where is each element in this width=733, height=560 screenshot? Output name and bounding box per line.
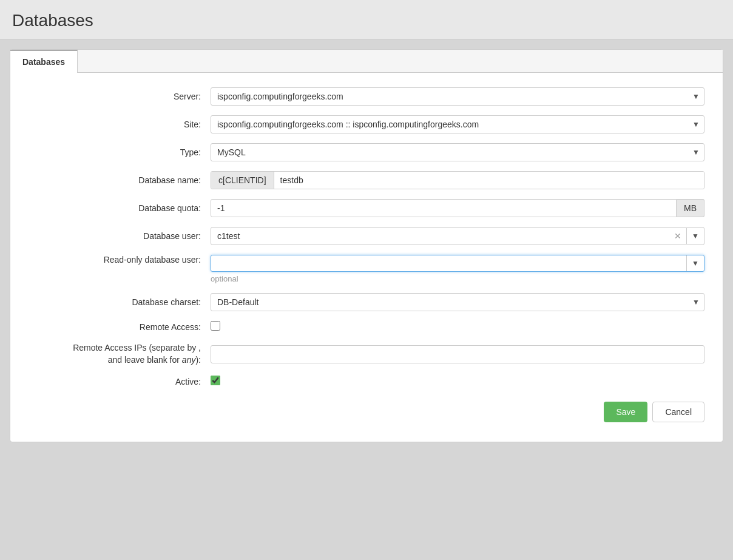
remote-access-row: Remote Access: <box>29 321 704 332</box>
db-name-input[interactable] <box>274 172 704 189</box>
readonly-user-arrow-icon[interactable]: ▼ <box>686 255 704 271</box>
db-user-label: Database user: <box>29 231 211 241</box>
quota-unit: MB <box>677 199 704 217</box>
db-name-row: Database name: c[CLIENTID] <box>29 171 704 189</box>
remote-ips-row: Remote Access IPs (separate by , and lea… <box>29 342 704 366</box>
site-row: Site: ispconfig.computingforgeeks.com ::… <box>29 115 704 133</box>
page-title: Databases <box>12 11 721 30</box>
server-select[interactable]: ispconfig.computingforgeeks.com <box>211 87 704 106</box>
readonly-user-row: Read-only database user: ▼ optional <box>29 255 704 283</box>
db-user-control: c1test ✕ ▼ <box>211 227 704 245</box>
active-label: Active: <box>29 377 211 386</box>
db-name-prefix: c[CLIENTID] <box>211 172 274 189</box>
db-charset-label: Database charset: <box>29 297 211 307</box>
form-actions: Save Cancel <box>29 397 704 427</box>
site-label: Site: <box>29 120 211 129</box>
remote-ips-label-line2: and leave blank for <box>108 355 180 365</box>
server-label: Server: <box>29 92 211 101</box>
readonly-user-value <box>211 260 686 267</box>
remote-ips-input[interactable] <box>211 345 704 363</box>
site-select-wrapper: ispconfig.computingforgeeks.com :: ispco… <box>211 115 704 133</box>
remote-ips-label-text: Remote Access IPs (separate by , and lea… <box>29 342 201 366</box>
type-select-wrapper: MySQL ▼ <box>211 143 704 161</box>
cancel-button[interactable]: Cancel <box>652 402 704 422</box>
db-user-value: c1test <box>211 228 669 245</box>
db-quota-control: MB <box>211 199 704 217</box>
db-name-label: Database name: <box>29 175 211 185</box>
remote-access-checkbox[interactable] <box>211 321 220 331</box>
db-user-multiselect: c1test ✕ ▼ <box>211 227 704 245</box>
page-content: Databases Server: ispconfig.computingfor… <box>0 39 733 452</box>
site-select[interactable]: ispconfig.computingforgeeks.com :: ispco… <box>211 115 704 133</box>
type-label: Type: <box>29 147 211 157</box>
server-row: Server: ispconfig.computingforgeeks.com … <box>29 87 704 106</box>
quota-wrapper: MB <box>211 199 704 217</box>
db-charset-select-wrapper: DB-Default ▼ <box>211 293 704 311</box>
tab-panel: Databases Server: ispconfig.computingfor… <box>10 49 723 442</box>
readonly-user-label: Read-only database user: <box>29 255 211 265</box>
remote-access-label: Remote Access: <box>29 322 211 332</box>
active-row: Active: <box>29 376 704 387</box>
readonly-user-control: ▼ optional <box>211 255 704 283</box>
readonly-user-optional: optional <box>211 274 704 283</box>
db-charset-row: Database charset: DB-Default ▼ <box>29 293 704 311</box>
readonly-user-multiselect: ▼ <box>211 255 704 272</box>
remote-ips-label-line1: Remote Access IPs (separate by , <box>73 343 201 353</box>
remote-ips-label-any: any <box>182 355 196 365</box>
db-charset-select[interactable]: DB-Default <box>211 293 704 311</box>
db-user-clear-icon[interactable]: ✕ <box>669 229 686 243</box>
db-user-arrow-icon[interactable]: ▼ <box>686 228 704 244</box>
tab-header: Databases <box>10 50 723 73</box>
type-control: MySQL ▼ <box>211 143 704 161</box>
remote-ips-label: Remote Access IPs (separate by , and lea… <box>29 342 211 366</box>
active-control <box>211 376 704 387</box>
server-select-wrapper: ispconfig.computingforgeeks.com ▼ <box>211 87 704 106</box>
page-header: Databases <box>0 0 733 39</box>
remote-access-control <box>211 321 704 332</box>
remote-ips-control <box>211 345 704 363</box>
db-quota-input[interactable] <box>211 199 677 217</box>
db-name-wrapper: c[CLIENTID] <box>211 171 704 189</box>
tab-databases[interactable]: Databases <box>10 50 78 73</box>
db-name-control: c[CLIENTID] <box>211 171 704 189</box>
save-button[interactable]: Save <box>604 402 647 422</box>
site-control: ispconfig.computingforgeeks.com :: ispco… <box>211 115 704 133</box>
db-quota-label: Database quota: <box>29 203 211 213</box>
remote-ips-label-end: ): <box>195 355 201 365</box>
type-row: Type: MySQL ▼ <box>29 143 704 161</box>
form-body: Server: ispconfig.computingforgeeks.com … <box>10 73 723 442</box>
server-control: ispconfig.computingforgeeks.com ▼ <box>211 87 704 106</box>
type-select[interactable]: MySQL <box>211 143 704 161</box>
db-charset-control: DB-Default ▼ <box>211 293 704 311</box>
db-user-row: Database user: c1test ✕ ▼ <box>29 227 704 245</box>
active-checkbox[interactable] <box>211 376 220 385</box>
db-quota-row: Database quota: MB <box>29 199 704 217</box>
